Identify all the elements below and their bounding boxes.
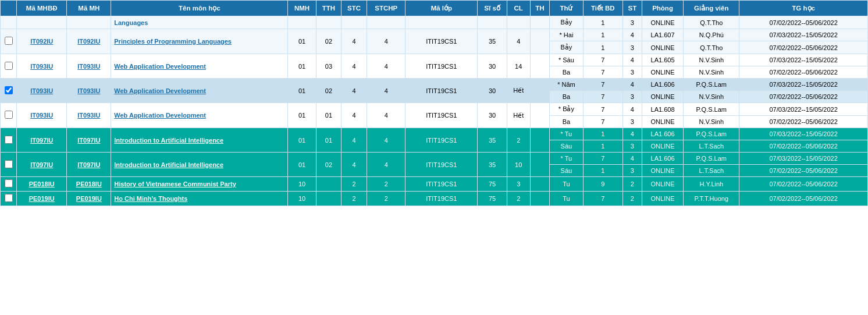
row-checkbox[interactable] xyxy=(5,86,13,94)
mhbd-cell: PE019IU xyxy=(17,192,67,206)
mh-link[interactable]: IT092IU xyxy=(77,38,100,45)
st-cell: 4 xyxy=(623,153,642,165)
row-checkbox[interactable] xyxy=(5,62,13,70)
checkbox-cell[interactable] xyxy=(1,103,17,128)
giangvien-cell: N.V.Sinh xyxy=(684,116,739,128)
table-row: PE018IU PE018IU History of Vietnamese Co… xyxy=(1,177,868,192)
cl-cell xyxy=(507,16,530,29)
checkbox-cell[interactable] xyxy=(1,153,17,177)
mhbd-link[interactable]: IT093IU xyxy=(30,112,53,119)
mh-link[interactable]: PE018IU xyxy=(76,180,102,187)
tietbd-cell: 9 xyxy=(583,177,622,192)
course-name-link[interactable]: History of Vietnamese Communist Party xyxy=(114,180,236,187)
mhbd-link[interactable]: PE019IU xyxy=(29,195,55,202)
course-name-link[interactable]: Web Application Development xyxy=(114,112,206,119)
course-name-link[interactable]: Ho Chi Minh's Thoughts xyxy=(114,195,187,202)
st-cell: 4 xyxy=(623,79,642,91)
tietbd-cell: 7 xyxy=(583,103,622,116)
stc-cell: 2 xyxy=(341,192,367,206)
cl-cell: Hết xyxy=(507,79,530,103)
stc-cell: 4 xyxy=(341,103,367,128)
nmh-cell: 01 xyxy=(288,153,316,177)
malop-cell: ITIT19CS1 xyxy=(405,128,478,153)
checkbox-cell[interactable] xyxy=(1,128,17,153)
thu-cell: Bảy xyxy=(550,16,583,29)
mhbd-link[interactable]: IT093IU xyxy=(30,87,53,94)
nmh-cell: 10 xyxy=(288,192,316,206)
mh-link[interactable]: IT093IU xyxy=(77,112,100,119)
tth-cell: 03 xyxy=(316,54,341,79)
tietbd-cell: 1 xyxy=(583,29,622,41)
checkbox-cell[interactable] xyxy=(1,177,17,192)
giangvien-cell: N.V.Sinh xyxy=(684,54,739,66)
col-mhbd: Mã MHBĐ xyxy=(17,1,67,16)
row-checkbox[interactable] xyxy=(5,179,13,187)
col-tietbd: Tiết BD xyxy=(583,1,622,16)
th-cell xyxy=(530,153,550,177)
checkbox-header xyxy=(1,1,17,16)
row-checkbox[interactable] xyxy=(5,136,13,144)
stc-cell: 4 xyxy=(341,54,367,79)
mhbd-cell: IT097IU xyxy=(17,128,67,153)
tghoc-cell: 07/02/2022--05/06/2022 xyxy=(739,116,868,128)
mh-link[interactable]: IT093IU xyxy=(77,63,100,70)
stchp-cell: 4 xyxy=(367,54,405,79)
tghoc-cell: 07/03/2022--15/05/2022 xyxy=(739,103,868,116)
mhbd-link[interactable]: IT092IU xyxy=(30,38,53,45)
stc-cell: 4 xyxy=(341,128,367,153)
stchp-cell: 4 xyxy=(367,128,405,153)
giangvien-cell: L.T.Sach xyxy=(684,165,739,177)
st-cell: 4 xyxy=(623,128,642,140)
checkbox-cell[interactable] xyxy=(1,29,17,54)
mhbd-link[interactable]: IT097IU xyxy=(30,137,53,144)
course-name-link[interactable]: Principles of Programming Languages xyxy=(114,38,232,45)
course-name-link[interactable]: Web Application Development xyxy=(114,63,206,70)
mh-link[interactable]: IT097IU xyxy=(77,161,100,168)
col-stchp: STCHP xyxy=(367,1,405,16)
mh-cell: IT097IU xyxy=(67,153,111,177)
mhbd-cell: IT093IU xyxy=(17,54,67,79)
checkbox-cell[interactable] xyxy=(1,192,17,206)
row-checkbox[interactable] xyxy=(5,111,13,119)
col-siso: Sĩ số xyxy=(478,1,507,16)
giangvien-cell: N.Q.Phú xyxy=(684,29,739,41)
stchp-cell: 2 xyxy=(367,177,405,192)
mh-link[interactable]: IT093IU xyxy=(77,87,100,94)
siso-cell: 75 xyxy=(478,192,507,206)
row-checkbox[interactable] xyxy=(5,194,13,202)
course-name-link[interactable]: Web Application Development xyxy=(114,87,206,94)
table-header-row: Mã MHBĐ Mã MH Tên môn học NMH TTH STC ST… xyxy=(1,1,868,16)
mhbd-link[interactable]: PE018IU xyxy=(29,180,55,187)
nmh-cell: 01 xyxy=(288,79,316,103)
star-thu-cell: * Sáu xyxy=(550,54,583,66)
tietbd-cell: 7 xyxy=(583,54,622,66)
col-stc: STC xyxy=(341,1,367,16)
checkbox-cell xyxy=(1,16,17,29)
tietbd-cell: 7 xyxy=(583,66,622,79)
giangvien-cell: L.T.Sach xyxy=(684,140,739,153)
row-checkbox[interactable] xyxy=(5,37,13,45)
nmh-cell: 01 xyxy=(288,103,316,128)
mhbd-cell: IT093IU xyxy=(17,103,67,128)
th-cell xyxy=(530,79,550,103)
row-checkbox[interactable] xyxy=(5,160,13,168)
tth-cell: 02 xyxy=(316,153,341,177)
checkbox-cell[interactable] xyxy=(1,79,17,103)
mhbd-link[interactable]: IT093IU xyxy=(30,63,53,70)
checkbox-cell[interactable] xyxy=(1,54,17,79)
course-name-link[interactable]: Introduction to Artificial Intelligence xyxy=(114,137,223,144)
mh-link[interactable]: PE019IU xyxy=(76,195,102,202)
course-name-link[interactable]: Introduction to Artificial Intelligence xyxy=(114,161,223,168)
col-th: TH xyxy=(530,1,550,16)
tietbd-cell: 1 xyxy=(583,140,622,153)
phong-cell: LA1.606 xyxy=(642,153,684,165)
mhbd-link[interactable]: IT097IU xyxy=(30,161,53,168)
star-thu-cell: Tu xyxy=(550,192,583,206)
table-row: IT093IU IT093IU Web Application Developm… xyxy=(1,103,868,116)
table-row: IT093IU IT093IU Web Application Developm… xyxy=(1,54,868,66)
st-cell: 3 xyxy=(623,16,642,29)
course-name-cell: Introduction to Artificial Intelligence xyxy=(111,128,288,153)
mh-link[interactable]: IT097IU xyxy=(77,137,100,144)
star-thu-cell: Sáu xyxy=(550,165,583,177)
mh-cell: IT097IU xyxy=(67,128,111,153)
